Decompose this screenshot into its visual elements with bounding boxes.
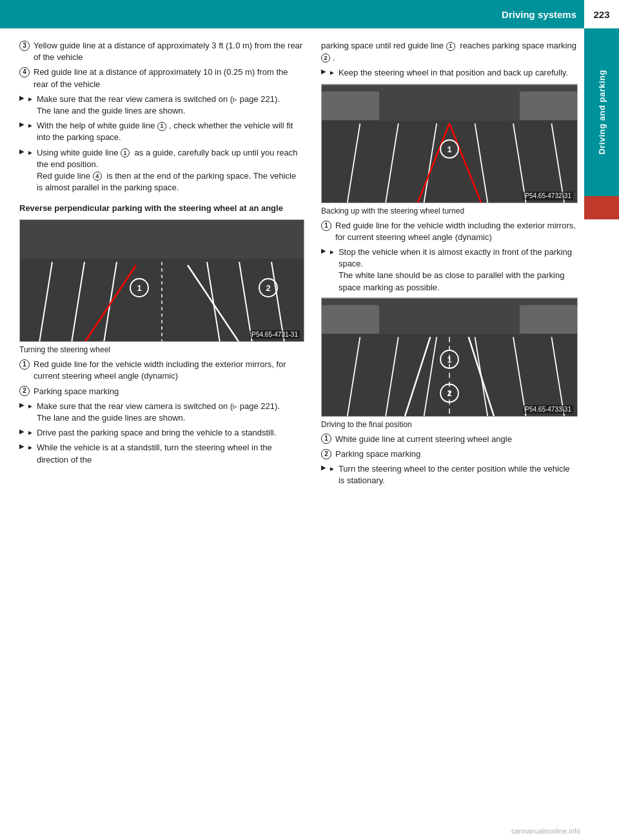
caption-item-rb-2: 2 Parking space marking [321, 448, 578, 460]
bullet-arrow-5: ► [27, 428, 34, 439]
svg-rect-35 [520, 305, 577, 334]
svg-rect-1 [20, 220, 304, 259]
svg-text:1: 1 [137, 283, 141, 293]
bullet-turn-wheel: ► Turn the steering wheel to the center … [321, 463, 578, 486]
caption-item-rt-1: 1 Red guide line for the vehicle width i… [321, 220, 578, 243]
bullet-arrow-4: ► [27, 402, 34, 424]
left-column: 3 Yellow guide line at a distance of app… [0, 34, 316, 496]
list-item-4: 4 Red guide line at a distance of approx… [19, 66, 304, 90]
item-3-text: Yellow guide line at a distance of appro… [34, 40, 304, 63]
bullet-rearview-2: ► Make sure that the rear view camera is… [19, 401, 304, 424]
right-column: parking space until red guide line 1 rea… [316, 34, 584, 496]
camera-image-left: 1 2 P54.65-4731-31 [19, 219, 304, 342]
sidebar-label-text: Driving and parking [597, 70, 607, 155]
bullet-arrow-r1: ► [329, 68, 335, 79]
svg-text:2: 2 [447, 388, 451, 398]
caption-right-bottom: Driving to the final position [321, 419, 578, 430]
svg-rect-19 [322, 92, 379, 121]
list-item-3: 3 Yellow guide line at a distance of app… [19, 40, 304, 63]
caption-right-top: Backing up with the steering wheel turne… [321, 206, 578, 217]
intro-text: parking space until red guide line 1 rea… [321, 40, 578, 65]
sidebar-label: Driving and parking [584, 28, 619, 196]
header-bar: Driving systems 223 [0, 0, 619, 28]
bullet-arrow-6: ► [27, 443, 34, 465]
bullet-arrow-1: ► [27, 95, 34, 117]
caption-item-rb-1: 1 White guide line at current steering w… [321, 434, 578, 445]
svg-text:1: 1 [447, 355, 451, 365]
main-content: 3 Yellow guide line at a distance of app… [0, 28, 584, 496]
bullet-keep-steering: ► Keep the steering wheel in that positi… [321, 67, 578, 79]
road-svg-left: 1 2 [20, 220, 304, 342]
svg-text:1: 1 [447, 145, 451, 154]
circle-4: 4 [19, 67, 30, 77]
circle-3: 3 [19, 41, 30, 51]
watermark: carmanualsonline.info [511, 827, 580, 835]
camera-image-right-top: 1 P54.65-4732-31 [321, 84, 578, 203]
road-svg-right-top: 1 [322, 85, 577, 203]
image-label-right-bottom: P54.65-4733-31 [523, 405, 573, 414]
image-label-left: P54.65-4731-31 [250, 330, 300, 339]
header-title: Driving systems [502, 9, 576, 20]
section-heading: Reverse perpendicular parking with the s… [19, 203, 304, 214]
caption-item-1: 1 Red guide line for the vehicle width i… [19, 359, 304, 382]
caption-item-2: 2 Parking space marking [19, 386, 304, 397]
svg-marker-21 [322, 120, 577, 203]
bullet-arrow-3: ► [27, 148, 34, 194]
image-label-right-top: P54.65-4732-31 [523, 192, 573, 200]
bullet-arrow-2: ► [27, 121, 34, 143]
item-4-text: Red guide line at a distance of approxim… [34, 66, 304, 90]
bullet-stop: ► Stop the vehicle when it is almost exa… [321, 246, 578, 294]
svg-rect-20 [520, 92, 577, 121]
road-svg-right-bottom: 1 2 [322, 298, 577, 417]
camera-image-right-bottom: 1 2 P54.65-4733-31 [321, 297, 578, 417]
caption-left: Turning the steering wheel [19, 345, 304, 355]
bullet-arrow-r3: ► [329, 465, 335, 486]
bullet-back-up: ► Using white guide line 1 as a guide, c… [19, 147, 304, 194]
bullet-standstill-turn: ► While the vehicle is at a standstill, … [19, 442, 304, 465]
bullet-white-guide: ► With the help of white guide line 1, c… [19, 120, 304, 143]
svg-text:2: 2 [266, 283, 270, 293]
svg-rect-34 [322, 305, 379, 334]
sidebar-color-block [584, 196, 619, 219]
bullet-rearview: ► Make sure that the rear view camera is… [19, 94, 304, 117]
bullet-drive-past: ► Drive past the parking space and bring… [19, 427, 304, 439]
page-number: 223 [584, 0, 619, 28]
bullet-arrow-r2: ► [329, 248, 335, 294]
